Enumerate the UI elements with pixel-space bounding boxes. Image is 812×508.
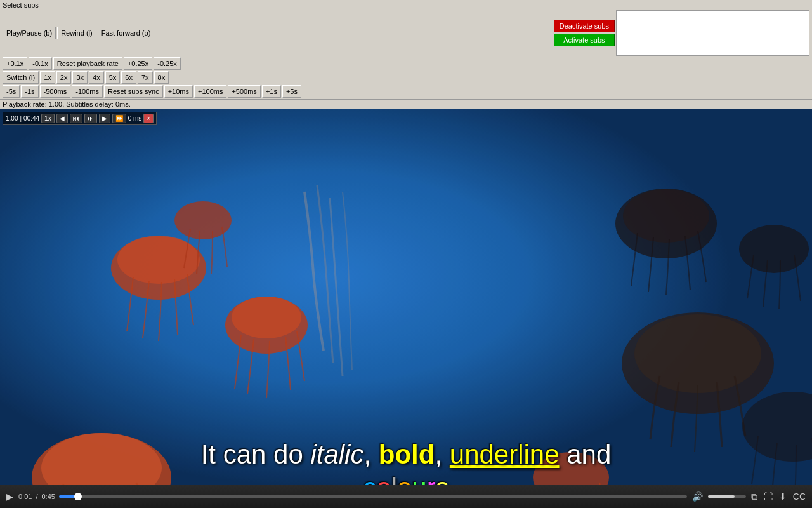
minus-0-1x-button[interactable]: -0.1x [29,57,51,70]
activate-subs-button[interactable]: Activate subs [554,34,615,46]
select-subs-label: Select subs [3,1,39,9]
mini-time: 00:44 [23,115,39,122]
2x-button[interactable]: 2x [56,71,72,84]
minus-500ms-button[interactable]: -500ms [40,85,71,98]
mini-speed-button[interactable]: 1x [41,114,55,123]
video-container: 1.00 | 00:44 1x ◀ ⏮ ⏭ ▶ ⏩ 0 ms × It can … [0,109,812,508]
status-text: Playback rate: 1.00, Subtitles delay: 0m… [3,100,131,108]
subtitle-underline: underline [450,439,560,469]
svg-point-7 [232,297,301,338]
svg-point-12 [739,225,809,273]
time-current: 0:01 [18,493,32,500]
deactivate-subs-button[interactable]: Deactivate subs [554,20,615,32]
fullscreen-icon[interactable]: ⛶ [763,491,774,502]
minus-1s-button[interactable]: -1s [21,85,38,98]
volume-fill [708,495,735,498]
toolbar: Select subs Play/Pause (b) Rewind (l) Fa… [0,0,812,100]
1x-button[interactable]: 1x [40,71,55,84]
progress-bar[interactable] [59,495,687,498]
play-pause-button[interactable]: Play/Pause (b) [3,27,56,39]
mini-rate: 1.00 [6,115,18,122]
subtitle-line1: It can do italic, bold, underline and [0,439,812,470]
8x-button[interactable]: 8x [154,71,169,84]
play-button-icon[interactable]: ▶ [5,491,15,502]
download-icon[interactable]: ⬇ [778,491,788,502]
row-select-subs: Select subs [3,1,809,9]
3x-button[interactable]: 3x [72,71,88,84]
mini-end-button[interactable]: ⏩ [112,114,126,123]
plus-500ms-button[interactable]: +500ms [228,85,260,98]
5x-button[interactable]: 5x [105,71,121,84]
time-separator: / [36,493,37,500]
row-switch: Switch (l) 1x 2x 3x 4x 5x 6x 7x 8x [3,71,809,84]
plus-0-25x-button[interactable]: +0.25x [124,57,152,70]
mini-controls: 1.00 | 00:44 1x ◀ ⏮ ⏭ ▶ ⏩ 0 ms × [3,112,157,125]
svg-point-9 [634,314,761,393]
plus-100ms-button[interactable]: +100ms [194,85,226,98]
progress-thumb[interactable] [74,493,82,500]
7x-button[interactable]: 7x [138,71,153,84]
rewind-button[interactable]: Rewind (l) [57,27,96,39]
status-bar: Playback rate: 1.00, Subtitles delay: 0m… [0,100,812,109]
volume-icon[interactable]: 🔊 [691,491,704,502]
row-speed: +0.1x -0.1x Reset playback rate +0.25x -… [3,57,809,70]
pip-icon[interactable]: ⧉ [750,491,759,502]
mini-prev-button[interactable]: ◀ [56,114,68,123]
4x-button[interactable]: 4x [89,71,104,84]
minus-5s-button[interactable]: -5s [3,85,20,98]
fast-forward-button[interactable]: Fast forward (o) [98,27,155,39]
time-total: 0:45 [41,493,55,500]
mini-delay: 0 ms [128,115,142,122]
plus-0-1x-button[interactable]: +0.1x [3,57,27,70]
6x-button[interactable]: 6x [121,71,136,84]
mini-next-button[interactable]: ▶ [99,114,110,123]
subs-textarea[interactable] [616,10,809,56]
minus-0-25x-button[interactable]: -0.25x [154,57,181,70]
plus-1s-button[interactable]: +1s [262,85,281,98]
svg-point-11 [623,189,709,243]
row-subs-sync: -5s -1s -500ms -100ms Reset subs sync +1… [3,85,809,98]
subtitle-italic: italic [310,439,363,469]
minus-100ms-button[interactable]: -100ms [72,85,103,98]
switch-l-button[interactable]: Switch (l) [3,71,39,84]
row-playback: Play/Pause (b) Rewind (l) Fast forward (… [3,10,809,56]
reset-playback-rate-button[interactable]: Reset playback rate [53,57,122,70]
captions-icon[interactable]: CC [792,491,807,502]
mini-separator1: | [20,115,22,122]
plus-5s-button[interactable]: +5s [282,85,301,98]
mini-rewind-button[interactable]: ⏮ [70,114,82,123]
mini-close-button[interactable]: × [143,114,154,123]
volume-bar[interactable] [708,495,746,498]
subtitle-bold: bold [379,439,435,469]
reset-subs-sync-button[interactable]: Reset subs sync [104,85,163,98]
mini-forward-button[interactable]: ⏭ [84,114,97,123]
top-controls-area: Select subs Play/Pause (b) Rewind (l) Fa… [0,0,812,109]
plus-10ms-button[interactable]: +10ms [164,85,193,98]
subs-activation-panel: Deactivate subs Activate subs [554,20,615,46]
video-controls: ▶ 0:01 / 0:45 🔊 ⧉ ⛶ ⬇ CC [0,485,812,508]
